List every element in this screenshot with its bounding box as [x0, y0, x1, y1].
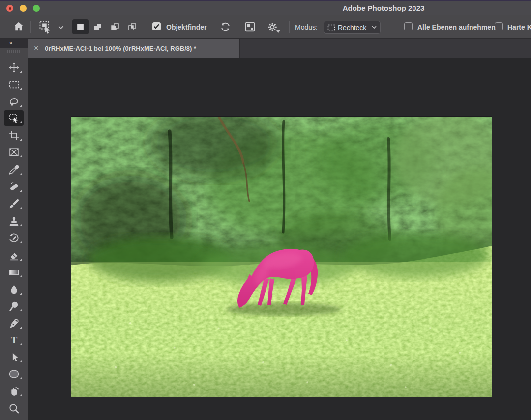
tool-type[interactable]: T — [0, 331, 28, 348]
check-icon — [152, 22, 161, 30]
flyout-indicator — [20, 394, 22, 396]
modus-value: Rechteck — [338, 24, 366, 31]
intersect-selection-mode-button[interactable] — [124, 19, 140, 34]
flyout-indicator — [20, 275, 22, 277]
alle-ebenen-label: Alle Ebenen aufnehmen — [417, 23, 496, 31]
alle-ebenen-checkbox[interactable] — [404, 22, 413, 30]
tool-ellipse-shape[interactable] — [0, 365, 28, 382]
flyout-indicator — [20, 71, 22, 73]
flyout-indicator — [20, 105, 22, 107]
dashed-rectangle-icon — [327, 24, 335, 31]
flyout-indicator — [20, 139, 22, 141]
tool-lasso[interactable] — [0, 93, 28, 110]
home-icon[interactable] — [13, 21, 25, 34]
svg-text:T: T — [11, 334, 17, 345]
modus-dropdown[interactable]: Rechteck — [324, 21, 381, 34]
flyout-indicator — [20, 224, 22, 226]
tool-zoom[interactable] — [0, 400, 28, 417]
objektfinder-checkbox[interactable] — [152, 22, 161, 30]
flyout-indicator — [20, 377, 22, 379]
new-selection-mode-button[interactable] — [72, 19, 88, 34]
tool-pen[interactable] — [0, 315, 28, 331]
flyout-indicator — [20, 121, 22, 123]
separator — [391, 21, 391, 33]
gear-icon[interactable] — [266, 21, 278, 35]
tool-hand[interactable] — [0, 383, 28, 399]
flyout-indicator — [20, 88, 22, 90]
overlay-options-icon[interactable] — [244, 21, 256, 34]
minimize-window-button[interactable] — [20, 5, 27, 12]
flyout-indicator — [20, 241, 22, 243]
tool-path-selection[interactable] — [0, 349, 28, 365]
close-window-button[interactable] — [6, 5, 13, 12]
options-bar: Objektfinder Modus: Rechteck Alle Ebenen — [0, 15, 531, 39]
tool-brush[interactable] — [0, 195, 28, 212]
meadow-foreground-shade — [71, 353, 492, 397]
tool-history-brush[interactable] — [0, 230, 28, 246]
modus-label: Modus: — [295, 23, 318, 31]
flyout-indicator — [20, 343, 22, 345]
canvas-area[interactable] — [28, 58, 531, 420]
close-tab-icon[interactable]: × — [34, 44, 38, 52]
refresh-icon[interactable] — [220, 21, 231, 34]
tool-gradient[interactable] — [0, 264, 28, 280]
subtract-from-selection-mode-button[interactable] — [107, 19, 123, 34]
flyout-indicator — [20, 259, 22, 261]
toolbar-grip[interactable] — [7, 50, 21, 53]
separator — [69, 21, 69, 33]
flyout-indicator — [20, 190, 22, 192]
tool-object-selection[interactable] — [0, 110, 28, 126]
flyout-indicator — [20, 155, 22, 157]
tools-panel: » — [0, 39, 28, 420]
tool-dodge[interactable] — [0, 298, 28, 314]
collapse-toolbar-button[interactable]: » — [0, 39, 28, 48]
objektfinder-label: Objektfinder — [166, 23, 206, 31]
flyout-indicator — [20, 293, 22, 295]
tool-spot-healing-brush[interactable] — [0, 178, 28, 195]
document-tab[interactable]: × 0rRHxME-ACI-1 bei 100% (0rRHxME-ACI, R… — [28, 39, 240, 58]
object-selection-preset-icon — [38, 20, 53, 34]
tool-crop[interactable] — [0, 127, 28, 144]
tool-blur[interactable] — [0, 281, 28, 298]
separator — [30, 21, 31, 33]
separator — [289, 21, 290, 33]
flyout-indicator — [20, 327, 22, 329]
tool-rectangular-marquee[interactable] — [0, 76, 28, 92]
document-tab-title: 0rRHxME-ACI-1 bei 100% (0rRHxME-ACI, RGB… — [45, 45, 196, 52]
add-to-selection-mode-button[interactable] — [89, 19, 106, 34]
chevron-down-icon — [58, 26, 64, 30]
harte-kante-checkbox[interactable] — [495, 22, 503, 30]
caret-down-icon — [276, 30, 280, 33]
zoom-window-button[interactable] — [33, 5, 40, 12]
tool-preset-button[interactable] — [38, 20, 66, 34]
chevron-down-icon — [372, 26, 377, 29]
document-image[interactable] — [71, 117, 492, 397]
tool-eraser[interactable] — [0, 247, 28, 264]
tool-clone-stamp[interactable] — [0, 212, 28, 229]
window-title: Adobe Photoshop 2023 — [343, 4, 425, 12]
flyout-indicator — [20, 360, 22, 362]
tool-move[interactable] — [0, 59, 28, 76]
flyout-indicator — [20, 207, 22, 209]
tool-eyedropper[interactable] — [0, 161, 28, 178]
flyout-indicator — [20, 173, 22, 175]
flyout-indicator — [20, 309, 22, 311]
harte-kante-label: Harte Kante — [507, 23, 531, 31]
tool-frame[interactable] — [0, 144, 28, 160]
title-bar: Adobe Photoshop 2023 — [0, 0, 531, 15]
tab-bar: × 0rRHxME-ACI-1 bei 100% (0rRHxME-ACI, R… — [28, 39, 531, 58]
